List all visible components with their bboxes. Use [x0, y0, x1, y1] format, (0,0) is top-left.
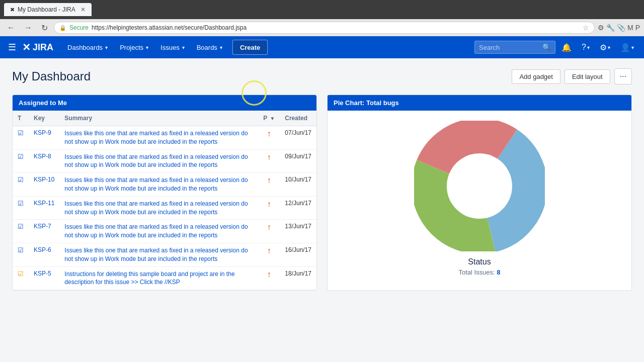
settings-button[interactable]: ⚙▾	[596, 41, 614, 54]
boards-chevron: ▾	[220, 45, 222, 50]
nav-issues[interactable]: Issues ▾	[154, 36, 191, 58]
edit-layout-button[interactable]: Edit layout	[565, 69, 610, 84]
pie-chart-svg	[414, 121, 545, 251]
help-button[interactable]: ?▾	[578, 41, 594, 54]
issue-summary-link[interactable]: Issues like this one that are marked as …	[64, 176, 248, 192]
table-row: ☑ KSP-9 Issues like this one that are ma…	[13, 126, 316, 150]
nav-right: 🔍 🔔 ?▾ ⚙▾ 👤▾	[474, 41, 638, 54]
row-priority-cell: ↑	[258, 173, 280, 197]
table-row: ☑ KSP-10 Issues like this one that are m…	[13, 173, 316, 197]
ext4[interactable]: M	[627, 24, 633, 32]
search-input[interactable]	[479, 44, 539, 51]
check-icon: ☑	[18, 153, 24, 160]
priority-icon: ↑	[267, 270, 271, 279]
row-key-cell: KSP-5	[29, 266, 59, 290]
hamburger-menu[interactable]: ☰	[6, 40, 18, 55]
row-type-cell: ☑	[13, 266, 29, 290]
url-display[interactable]: https://helpingtesters.atlassian.net/sec…	[92, 24, 580, 31]
check-icon: ☑	[18, 223, 24, 230]
issue-key-link[interactable]: KSP-11	[34, 200, 54, 207]
issue-summary-link[interactable]: Issues like this one that are marked as …	[64, 153, 248, 169]
issue-key-link[interactable]: KSP-9	[34, 129, 51, 136]
ext3[interactable]: 📎	[617, 24, 625, 32]
dashboards-chevron: ▾	[105, 45, 108, 50]
pie-status: Status Total Issues: 8	[458, 257, 500, 276]
ext1[interactable]: ⚙	[598, 24, 604, 32]
forward-button[interactable]: →	[21, 22, 35, 33]
nav-boards[interactable]: Boards ▾	[191, 36, 228, 58]
jira-navbar: ☰ ✕ JIRA Dashboards ▾ Projects ▾ Issues …	[0, 36, 644, 58]
issue-summary-link[interactable]: Issues like this one that are marked as …	[64, 130, 248, 145]
priority-icon: ↑	[267, 200, 271, 208]
row-summary-cell: Instructions for deleting this sample bo…	[59, 266, 258, 290]
logo-text: JIRA	[33, 42, 53, 53]
row-priority-cell: ↑	[258, 220, 280, 243]
nav-menu: Dashboards ▾ Projects ▾ Issues ▾ Boards …	[61, 36, 268, 58]
pie-center	[449, 156, 510, 216]
col-created-header[interactable]: Created	[280, 111, 316, 126]
row-key-cell: KSP-9	[29, 126, 59, 150]
nav-projects[interactable]: Projects ▾	[114, 36, 154, 58]
row-type-cell: ☑	[13, 243, 29, 266]
projects-chevron: ▾	[146, 45, 148, 50]
browser-nav: ← → ↻ 🔒 Secure https://helpingtesters.at…	[0, 19, 644, 36]
extension-icons: ⚙ 🔧 📎 M P	[598, 24, 640, 32]
row-priority-cell: ↑	[258, 126, 280, 150]
row-key-cell: KSP-11	[29, 196, 59, 220]
issue-summary-link[interactable]: Instructions for deleting this sample bo…	[64, 270, 234, 286]
create-button[interactable]: Create	[232, 40, 268, 55]
row-priority-cell: ↑	[258, 266, 280, 290]
pie-panel-header: Pie Chart: Total bugs	[328, 95, 631, 111]
notifications-button[interactable]: 🔔	[557, 41, 576, 54]
pie-total: Total Issues: 8	[458, 268, 500, 276]
priority-icon: ↑	[267, 223, 271, 231]
more-options-button[interactable]: ···	[614, 68, 632, 84]
browser-tab[interactable]: ✖ My Dashboard - JIRA ✕	[4, 3, 92, 16]
check-icon: ☑	[18, 200, 24, 207]
col-key-header[interactable]: Key	[29, 111, 59, 126]
col-summary-header: Summary	[59, 111, 258, 126]
issue-key-link[interactable]: KSP-8	[34, 153, 51, 160]
row-summary-cell: Issues like this one that are marked as …	[59, 149, 258, 173]
table-header-row: T Key Summary P ▼ Created	[13, 111, 316, 126]
row-key-cell: KSP-8	[29, 149, 59, 173]
table-row: ☑ KSP-11 Issues like this one that are m…	[13, 196, 316, 220]
ext2[interactable]: 🔧	[606, 24, 615, 32]
issue-key-link[interactable]: KSP-5	[34, 270, 51, 277]
created-date-value: 12/Jun/17	[285, 200, 311, 207]
secure-icon: 🔒	[59, 25, 66, 31]
dashboard-grid: Assigned to Me T Key Summary P ▼ Created	[12, 95, 632, 291]
search-icon[interactable]: 🔍	[542, 43, 551, 51]
back-button[interactable]: ←	[4, 22, 18, 33]
table-row: ☑ KSP-6 Issues like this one that are ma…	[13, 243, 316, 266]
ext5[interactable]: P	[635, 24, 640, 32]
nav-dashboards[interactable]: Dashboards ▾	[61, 36, 114, 58]
bookmark-icon[interactable]: ☆	[583, 24, 589, 32]
pie-chart	[414, 121, 545, 251]
issue-key-link[interactable]: KSP-10	[34, 176, 54, 183]
total-count[interactable]: 8	[497, 268, 500, 276]
user-button[interactable]: 👤▾	[616, 41, 638, 54]
issue-summary-link[interactable]: Issues like this one that are marked as …	[64, 200, 248, 216]
tab-close-button[interactable]: ✕	[80, 6, 86, 13]
sort-icon: ▼	[270, 116, 275, 121]
assigned-to-me-panel: Assigned to Me T Key Summary P ▼ Created	[12, 95, 317, 291]
row-key-cell: KSP-7	[29, 220, 59, 243]
check-icon: ☑	[18, 270, 24, 278]
row-created-cell: 07/Jun/17	[280, 126, 316, 150]
row-type-cell: ☑	[13, 173, 29, 197]
col-priority-header[interactable]: P ▼	[258, 111, 280, 126]
issue-summary-link[interactable]: Issues like this one that are marked as …	[64, 223, 248, 239]
tab-title: My Dashboard - JIRA	[18, 6, 75, 13]
search-bar[interactable]: 🔍	[474, 41, 555, 54]
issue-key-link[interactable]: KSP-7	[34, 223, 51, 230]
refresh-button[interactable]: ↻	[38, 22, 51, 34]
address-bar[interactable]: 🔒 Secure https://helpingtesters.atlassia…	[54, 22, 595, 34]
issue-key-link[interactable]: KSP-6	[34, 246, 51, 253]
row-summary-cell: Issues like this one that are marked as …	[59, 126, 258, 150]
table-row: ☑ KSP-7 Issues like this one that are ma…	[13, 220, 316, 243]
add-gadget-button[interactable]: Add gadget	[512, 69, 560, 84]
created-date-value: 13/Jun/17	[285, 223, 311, 230]
issue-summary-link[interactable]: Issues like this one that are marked as …	[64, 247, 248, 262]
jira-logo[interactable]: ✕ JIRA	[22, 41, 53, 53]
